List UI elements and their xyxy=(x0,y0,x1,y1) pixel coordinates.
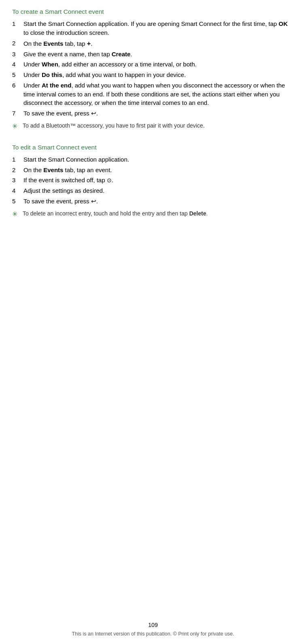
edit-step-2: 2 On the Events tab, tap an event. xyxy=(12,166,294,175)
step-text: To save the event, press ↩. xyxy=(23,109,98,118)
create-step-3: 3 Give the event a name, then tap Create… xyxy=(12,50,294,59)
edit-section: To edit a Smart Connect event 1 Start th… xyxy=(12,144,294,218)
edit-step-1: 1 Start the Smart Connection application… xyxy=(12,155,294,164)
step-number: 4 xyxy=(12,60,23,69)
step-text: To save the event, press ↩. xyxy=(23,197,98,206)
plus-icon: + xyxy=(87,39,91,48)
create-step-1: 1 Start the Smart Connection application… xyxy=(12,19,294,37)
edit-step-5: 5 To save the event, press ↩. xyxy=(12,197,294,206)
page-footer: 109 This is an Internet version of this … xyxy=(0,622,306,637)
step-text: Under Do this, add what you want to happ… xyxy=(23,70,186,79)
edit-tip: ✳ To delete an incorrect entry, touch an… xyxy=(12,210,294,218)
step-number: 1 xyxy=(12,19,23,37)
edit-step-3: 3 If the event is switched off, tap ⊙. xyxy=(12,176,294,185)
create-section: To create a Smart Connect event 1 Start … xyxy=(12,8,294,130)
step-text: If the event is switched off, tap ⊙. xyxy=(23,176,113,185)
page-content: To create a Smart Connect event 1 Start … xyxy=(0,0,306,249)
step-text: Give the event a name, then tap Create. xyxy=(23,50,132,59)
edit-step-4: 4 Adjust the settings as desired. xyxy=(12,186,294,195)
back-icon: ↩ xyxy=(91,197,96,206)
create-section-heading: To create a Smart Connect event xyxy=(12,8,294,15)
create-step-5: 5 Under Do this, add what you want to ha… xyxy=(12,70,294,79)
step-number: 5 xyxy=(12,197,23,206)
create-step-7: 7 To save the event, press ↩. xyxy=(12,109,294,118)
create-step-4: 4 Under When, add either an accessory or… xyxy=(12,60,294,69)
create-step-2: 2 On the Events tab, tap +. xyxy=(12,39,294,48)
step-number: 4 xyxy=(12,186,23,195)
step-text: On the Events tab, tap an event. xyxy=(23,166,112,175)
step-text: On the Events tab, tap +. xyxy=(23,39,92,48)
step-text: Start the Smart Connection application. xyxy=(23,155,129,164)
step-text: Start the Smart Connection application. … xyxy=(23,19,294,37)
create-step-6: 6 Under At the end, add what you want to… xyxy=(12,81,294,107)
step-number: 2 xyxy=(12,39,23,48)
page-number: 109 xyxy=(0,622,306,628)
step-number: 2 xyxy=(12,166,23,175)
step-text: Under At the end, add what you want to h… xyxy=(23,81,294,107)
step-number: 3 xyxy=(12,50,23,59)
back-icon: ↩ xyxy=(91,109,96,118)
tip-icon: ✳ xyxy=(12,210,23,218)
step-text: Under When, add either an accessory or a… xyxy=(23,60,197,69)
step-number: 5 xyxy=(12,70,23,79)
step-number: 7 xyxy=(12,109,23,118)
step-number: 6 xyxy=(12,81,23,107)
step-number: 1 xyxy=(12,155,23,164)
tip-icon: ✳ xyxy=(12,122,23,130)
tip-text: To delete an incorrect entry, touch and … xyxy=(23,210,208,218)
step-text: Adjust the settings as desired. xyxy=(23,186,104,195)
toggle-circle-icon: ⊙ xyxy=(107,176,112,184)
create-steps-list: 1 Start the Smart Connection application… xyxy=(12,19,294,118)
edit-steps-list: 1 Start the Smart Connection application… xyxy=(12,155,294,206)
footer-note: This is an Internet version of this publ… xyxy=(72,631,234,637)
edit-section-heading: To edit a Smart Connect event xyxy=(12,144,294,151)
tip-text: To add a Bluetooth™ accessory, you have … xyxy=(23,122,205,130)
step-number: 3 xyxy=(12,176,23,185)
create-tip: ✳ To add a Bluetooth™ accessory, you hav… xyxy=(12,122,294,130)
